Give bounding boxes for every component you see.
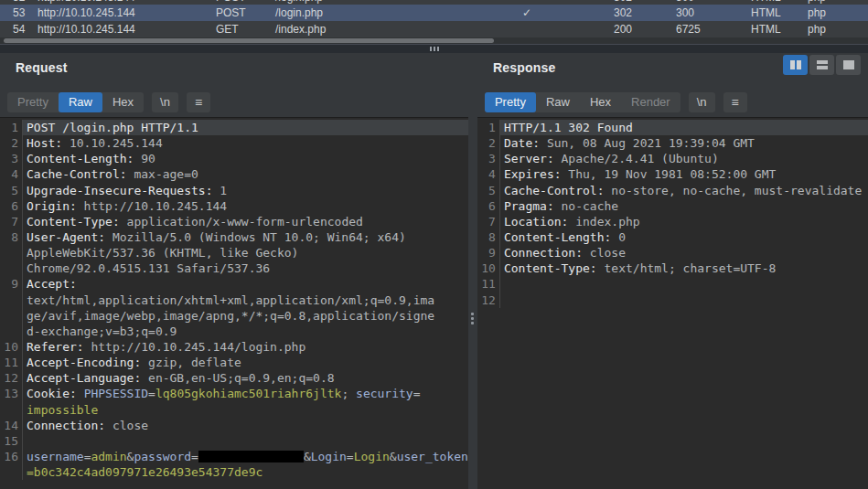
editor-line: 10Content-Type: text/html; charset=UTF-8 [477,260,868,276]
line-number: 6 [0,198,23,214]
request-view-tabs: PrettyRawHex [7,92,144,112]
history-row-clipped[interactable]: 52http://10.10.245.144POST/login.php3023… [0,0,868,5]
response-tab-hex[interactable]: Hex [580,92,621,112]
splitter-grip-icon [430,47,439,51]
line-number: 12 [477,292,500,308]
table-row[interactable]: 53http://10.10.245.144POST/login.php✓302… [0,5,868,21]
editor-line: 7Content-Type: application/x-www-form-ur… [0,214,468,229]
line-number: 11 [477,276,500,292]
editor-line: d-exchange;v=b3;q=0.9 [0,324,468,339]
columns-layout-button[interactable] [783,55,808,75]
editor-line: 3Server: Apache/2.4.41 (Ubuntu) [477,151,868,166]
editor-line: 10Referer: http://10.10.245.144/login.ph… [0,339,468,355]
line-number: 8 [0,229,23,245]
line-number: 14 [0,418,23,433]
table-row[interactable]: 54http://10.10.245.144GET/index.php20067… [0,21,868,37]
line-number: 1 [0,120,23,135]
single-layout-icon [843,60,854,69]
request-tab-hex[interactable]: Hex [102,92,144,112]
line-number: 4 [0,166,23,182]
vertical-splitter-grip-icon [471,313,474,324]
response-tab-render[interactable]: Render [621,92,680,112]
layout-switcher [783,55,861,75]
line-number: 10 [0,339,23,355]
editor-line: 1POST /login.php HTTP/1.1 [0,120,468,135]
editor-line: 13Cookie: PHPSESSID=lq805gkohiamc501riah… [0,386,468,401]
response-newline-toggle[interactable]: \n [689,92,715,112]
response-panel: Response PrettyRawHexRender \n ≡ 1HTTP/1… [477,53,868,489]
editor-line: 6Origin: http://10.10.245.144 [0,198,468,214]
editor-line: 15 [0,433,468,449]
line-number [0,308,23,324]
editor-line: 2Host: 10.10.245.144 [0,135,468,151]
history-rows: 53http://10.10.245.144POST/login.php✓302… [0,5,868,37]
http-history-table: 52http://10.10.245.144POST/login.php3023… [0,0,868,37]
line-number [0,245,23,260]
editor-line: 4Cache-Control: max-age=0 [0,166,468,182]
editor-line: text/html,application/xhtml+xml,applicat… [0,292,468,308]
history-hscrollbar-handle[interactable] [4,38,494,43]
line-number: 1 [477,120,500,135]
message-editor-area: Request PrettyRawHex \n ≡ 1POST /login.p… [0,53,868,489]
line-number: 4 [477,166,500,182]
editor-line: 2Date: Sun, 08 Aug 2021 19:39:04 GMT [477,135,868,151]
editor-line: 8User-Agent: Mozilla/5.0 (Windows NT 10.… [0,229,468,245]
line-number: 6 [477,198,500,214]
horizontal-splitter[interactable] [0,44,868,53]
editor-line: 9Connection: close [477,245,868,260]
editor-line: =b0c342c4ad097971e26493e54377de9c [0,464,468,480]
vertical-splitter[interactable] [468,53,477,489]
response-menu-icon[interactable]: ≡ [723,92,747,112]
columns-layout-icon [790,60,801,69]
line-number: 5 [0,183,23,198]
history-hscrollbar-track[interactable] [0,37,868,44]
editor-line: 1HTTP/1.1 302 Found [477,120,868,135]
line-number: 9 [477,245,500,260]
editor-line: 9Accept: [0,276,468,292]
editor-line: 16username=admin&password=&Login=Login&u… [0,449,468,464]
editor-line: 12 [477,292,868,308]
editor-line: 6Pragma: no-cache [477,198,868,214]
line-number: 10 [477,260,500,276]
single-layout-button[interactable] [836,55,861,75]
request-tab-pretty[interactable]: Pretty [7,92,59,112]
rows-layout-icon [817,60,828,69]
line-number: 3 [0,151,23,166]
response-tabbar: PrettyRawHexRender \n ≡ [485,92,747,112]
request-tab-raw[interactable]: Raw [59,92,102,112]
line-number: 11 [0,355,23,370]
line-number: 3 [477,151,500,166]
table-row[interactable]: 52http://10.10.245.144POST/login.php3023… [0,0,868,5]
line-number [0,464,23,480]
request-newline-toggle[interactable]: \n [152,92,178,112]
line-number: 13 [0,386,23,401]
line-number: 7 [477,214,500,229]
editor-line: 11Accept-Encoding: gzip, deflate [0,355,468,370]
editor-line: 14Connection: close [0,418,468,433]
line-number: 7 [0,214,23,229]
request-panel: Request PrettyRawHex \n ≡ 1POST /login.p… [0,53,468,489]
request-menu-icon[interactable]: ≡ [187,92,210,112]
response-editor[interactable]: 1HTTP/1.1 302 Found2Date: Sun, 08 Aug 20… [477,117,868,489]
request-editor[interactable]: 1POST /login.php HTTP/1.12Host: 10.10.24… [0,117,468,489]
response-tab-pretty[interactable]: Pretty [485,92,536,112]
editor-line: 11 [477,276,868,292]
editor-line: 7Location: index.php [477,214,868,229]
redacted-password-box [198,451,304,462]
editor-line: 12Accept-Language: en-GB,en-US;q=0.9,en;… [0,370,468,386]
editor-line: AppleWebKit/537.36 (KHTML, like Gecko) [0,245,468,260]
response-tab-raw[interactable]: Raw [536,92,580,112]
editor-line: Chrome/92.0.4515.131 Safari/537.36 [0,260,468,276]
request-title: Request [16,60,468,75]
rows-layout-button[interactable] [809,55,834,75]
editor-line: 4Expires: Thu, 19 Nov 1981 08:52:00 GMT [477,166,868,182]
request-tabbar: PrettyRawHex \n ≡ [7,92,210,112]
line-number: 8 [477,229,500,245]
line-number [0,260,23,276]
editor-line: impossible [0,402,468,418]
line-number: 5 [477,183,500,198]
line-number [0,324,23,339]
line-number: 16 [0,449,23,464]
line-number: 2 [0,135,23,151]
editor-line: 5Upgrade-Insecure-Requests: 1 [0,183,468,198]
